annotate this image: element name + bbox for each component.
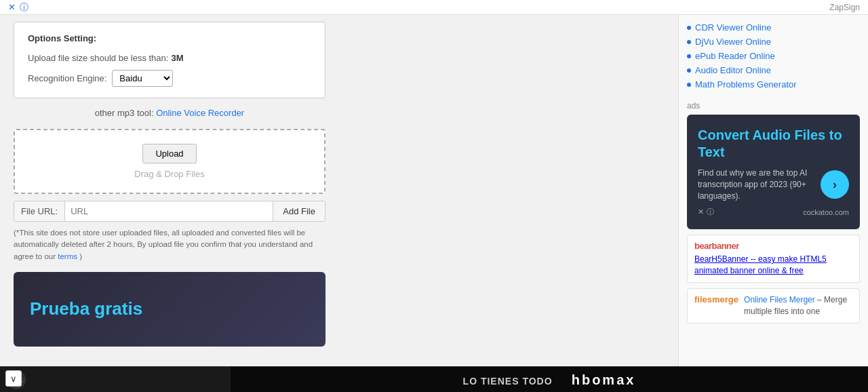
file-size-value: 3M — [171, 53, 183, 63]
bearbanner-header: bearbanner — [694, 241, 852, 251]
sidebar-link-epub[interactable]: ePub Reader Online — [695, 51, 775, 61]
sidebar-link-djvu[interactable]: DjVu Viewer Online — [695, 37, 771, 47]
ad-card-body: Find out why we are the top AI transcrip… — [698, 168, 849, 201]
bearbanner-logo: bearbanner — [694, 241, 739, 251]
bullet-dot — [687, 40, 691, 44]
right-sidebar: CDR Viewer Online DjVu Viewer Online ePu… — [678, 15, 868, 366]
sidebar-link-cdr[interactable]: CDR Viewer Online — [695, 22, 771, 33]
file-url-row: File URL: Add File — [14, 201, 326, 222]
top-bar: ✕ ⓘ ZapSign — [0, 0, 868, 15]
sidebar-link-math[interactable]: Math Problems Generator — [695, 79, 797, 90]
other-tool-link[interactable]: Online Voice Recorder — [156, 108, 244, 118]
top-bar-left: ✕ ⓘ — [8, 1, 28, 14]
bearbanner-desc: BearH5Banner -- easy make HTML5 animated… — [694, 254, 852, 277]
bottom-ad-content: DEL LO TIENES TODO hbomax — [0, 367, 868, 392]
ad-close-icon[interactable]: ✕ — [698, 208, 704, 216]
file-url-input[interactable] — [65, 201, 273, 221]
terms-link[interactable]: terms — [58, 252, 77, 260]
chevron-down-icon: ∨ — [10, 374, 17, 384]
upload-button[interactable]: Upload — [142, 144, 196, 163]
other-tool-prefix: other mp3 tool: — [95, 108, 154, 118]
file-size-row: Upload file size should be less than: 3M — [28, 53, 311, 63]
center-panel: Options Setting: Upload file size should… — [0, 15, 678, 366]
info-icon[interactable]: ⓘ — [20, 1, 28, 14]
bottom-ad-brand: LO TIENES TODO hbomax — [463, 371, 636, 389]
filesmerge-logo: filesmerge — [694, 294, 738, 305]
sidebar-links: CDR Viewer Online DjVu Viewer Online ePu… — [687, 20, 860, 92]
options-title: Options Setting: — [28, 33, 311, 43]
ad-info-icon[interactable]: ⓘ — [707, 207, 714, 217]
ad-source-label: cockatoo.com — [803, 208, 849, 216]
file-url-label: File URL: — [14, 201, 65, 221]
hbomax-logo: hbomax — [572, 372, 636, 387]
filesmerge-text: Online Files Merger – Merge multiple fil… — [744, 294, 852, 317]
engine-label: Recognition Engine: — [28, 73, 106, 83]
options-setting-box: Options Setting: Upload file size should… — [14, 22, 326, 98]
bearbanner-promo: bearbanner BearH5Banner -- easy make HTM… — [687, 235, 860, 283]
bullet-dot — [687, 26, 691, 30]
brand-label: ZapSign — [829, 3, 860, 12]
list-item: CDR Viewer Online — [687, 20, 860, 35]
main-content: Options Setting: Upload file size should… — [0, 15, 868, 366]
sidebar-link-audio[interactable]: Audio Editor Online — [695, 65, 771, 75]
list-item: Audio Editor Online — [687, 63, 860, 77]
engine-select[interactable]: Baidu Google Tesseract — [112, 70, 173, 87]
ad-footer-left: ✕ ⓘ — [698, 207, 714, 217]
file-size-label: Upload file size should be less than: — [28, 53, 168, 63]
promo-text: Prueba gratis — [30, 298, 142, 319]
bottom-ad-right: LO TIENES TODO hbomax — [231, 367, 868, 392]
upload-box[interactable]: Upload Drag & Drop Files — [14, 129, 326, 194]
list-item: ePub Reader Online — [687, 49, 860, 63]
list-item: Math Problems Generator — [687, 77, 860, 92]
disclaimer-suffix: ) — [79, 252, 82, 260]
ad-card-arrow-button[interactable]: › — [821, 170, 849, 199]
bullet-dot — [687, 83, 691, 87]
bullet-dot — [687, 68, 691, 73]
bottom-ad-dark: DEL — [0, 367, 231, 392]
promo-banner: Prueba gratis — [14, 272, 326, 347]
ad-card[interactable]: Convert Audio Files to Text Find out why… — [687, 115, 860, 229]
ad-card-footer: ✕ ⓘ cockatoo.com — [698, 207, 849, 217]
ads-label: ads — [687, 101, 860, 111]
collapse-button[interactable]: ∨ — [5, 370, 22, 387]
disclaimer-text: (*This site does not store user uploaded… — [14, 227, 326, 262]
ads-section: ads Convert Audio Files to Text Find out… — [687, 101, 860, 324]
ad-card-desc: Find out why we are the top AI transcrip… — [698, 168, 814, 201]
other-tool-text: other mp3 tool: Online Voice Recorder — [14, 108, 326, 118]
filesmerge-link[interactable]: Online Files Merger — [744, 295, 815, 305]
filesmerge-promo: filesmerge Online Files Merger – Merge m… — [687, 288, 860, 324]
drag-drop-text: Drag & Drop Files — [22, 169, 317, 179]
arrow-right-icon: › — [833, 178, 837, 192]
bearbanner-link[interactable]: BearH5Banner -- easy make HTML5 animated… — [694, 254, 827, 275]
engine-row: Recognition Engine: Baidu Google Tessera… — [28, 70, 311, 87]
bottom-ad-bar: DEL LO TIENES TODO hbomax — [0, 366, 868, 392]
close-icon[interactable]: ✕ — [8, 2, 16, 12]
bullet-dot — [687, 54, 691, 58]
bottom-ad-lo-tienes: LO TIENES TODO — [463, 376, 553, 387]
ad-card-title: Convert Audio Files to Text — [698, 127, 849, 161]
add-file-button[interactable]: Add File — [273, 201, 325, 221]
list-item: DjVu Viewer Online — [687, 35, 860, 49]
